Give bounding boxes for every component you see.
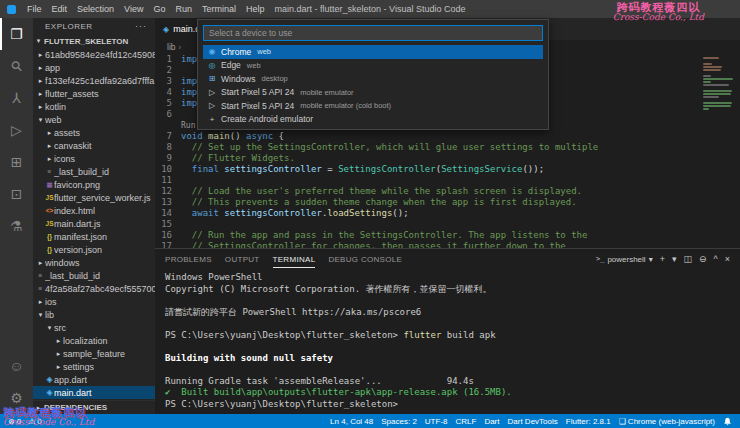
eol-sequence[interactable]: CRLF <box>456 417 477 426</box>
tree-item-favicon-png[interactable]: ▦favicon.png <box>33 178 155 191</box>
panel-header: PROBLEMSOUTPUTTERMINALDEBUG CONSOLE >_ p… <box>155 249 740 269</box>
settings-gear-icon[interactable]: ⚙ <box>0 382 33 414</box>
tree-item-assets[interactable]: ▸assets <box>33 126 155 139</box>
tree-item-label: web <box>45 115 62 125</box>
encoding[interactable]: UTF-8 <box>425 417 448 426</box>
device-option-windows-desktop[interactable]: ⊞Windowsdesktop <box>203 72 543 86</box>
extensions-icon[interactable]: ⊞ <box>0 146 33 178</box>
notifications-bell-icon[interactable] <box>723 417 732 426</box>
chevron-right-icon: ▸ <box>36 90 45 98</box>
terminal-output[interactable]: Windows PowerShellCopyright (C) Microsof… <box>155 269 740 414</box>
tree-item-last-build-id[interactable]: ≡_last_build_id <box>33 269 155 282</box>
menu-help[interactable]: Help <box>241 4 270 14</box>
add-icon: + <box>207 115 217 124</box>
terminal-dropdown-icon[interactable]: ▾ <box>672 255 677 264</box>
chevron-right-icon: ▸ <box>54 350 63 358</box>
tree-item-kotlin[interactable]: ▸kotlin <box>33 100 155 113</box>
activity-bar-bottom: ☺⚙ <box>0 350 33 414</box>
panel-tab-problems[interactable]: PROBLEMS <box>165 251 212 268</box>
tree-item-label: ios <box>45 297 57 307</box>
run-debug-icon[interactable]: ▷ <box>0 114 33 146</box>
chevron-right-icon: ▸ <box>54 337 63 345</box>
flutter-version[interactable]: Flutter: 2.8.1 <box>566 417 611 426</box>
panel-tab-terminal[interactable]: TERMINAL <box>273 251 316 268</box>
line-number: 3 <box>155 76 181 87</box>
tree-item-flutter-service-worker-js[interactable]: JSflutter_service_worker.js <box>33 191 155 204</box>
codelens-run[interactable]: Run <box>181 121 195 130</box>
kill-terminal-icon[interactable]: ⊖ <box>699 255 707 264</box>
menu-file[interactable]: File <box>22 4 47 14</box>
menu-go[interactable]: Go <box>148 4 170 14</box>
panel-tab-output[interactable]: OUTPUT <box>225 251 260 268</box>
menu-edit[interactable]: Edit <box>47 4 73 14</box>
device-selector-icon: ❏ <box>619 417 626 426</box>
chrome-icon: ◉ <box>207 47 217 56</box>
code-line: 11 <box>155 175 740 186</box>
tree-item-lib[interactable]: ▾lib <box>33 308 155 321</box>
language-mode[interactable]: Dart <box>484 417 499 426</box>
tree-item-61abd9584e2e4fd12c45908[interactable]: ▸61abd9584e2e4fd12c45908... <box>33 48 155 61</box>
device-option-edge-web[interactable]: ◎Edgeweb <box>203 59 543 73</box>
tree-item-settings[interactable]: ▸settings <box>33 360 155 373</box>
testing-icon[interactable]: ⚗ <box>0 210 33 242</box>
terminal-shell-picker[interactable]: >_ powershell ▾ <box>596 255 653 264</box>
tree-item-version-json[interactable]: {}version.json <box>33 243 155 256</box>
new-terminal-icon[interactable]: + <box>660 255 665 264</box>
panel-tab-debug-console[interactable]: DEBUG CONSOLE <box>328 251 402 268</box>
device-search-input[interactable]: Select a device to use <box>203 25 543 41</box>
maximize-panel-icon[interactable]: ^ <box>714 255 718 264</box>
status-right: Ln 4, Col 48Spaces: 2UTF-8CRLFDartDart D… <box>330 417 715 426</box>
tree-item-4f2a58af27abc49ecf555700[interactable]: ≡4f2a58af27abc49ecf555700... <box>33 282 155 295</box>
tree-item-windows[interactable]: ▸windows <box>33 256 155 269</box>
tree-item-web[interactable]: ▾web <box>33 113 155 126</box>
windows-icon: ⊞ <box>207 74 217 83</box>
more-actions-icon[interactable]: ··· <box>135 21 147 31</box>
menu-terminal[interactable]: Terminal <box>197 4 241 14</box>
device-option-label: Windows <box>221 74 255 84</box>
device-selector[interactable]: ❏Chrome (web-javascript) <box>619 417 715 426</box>
account-icon[interactable]: ☺ <box>0 350 33 382</box>
tree-item-canvaskit[interactable]: ▸canvaskit <box>33 139 155 152</box>
split-terminal-icon[interactable]: ◫ <box>683 255 692 264</box>
tree-item-ios[interactable]: ▸ios <box>33 295 155 308</box>
indentation[interactable]: Spaces: 2 <box>381 417 417 426</box>
tree-item-main-dart-js[interactable]: JSmain.dart.js <box>33 217 155 230</box>
device-option-create-android-emulator[interactable]: +Create Android emulator <box>203 113 543 127</box>
tree-item-f133ef425c1edfa92a6d7fffa[interactable]: ▸f133ef425c1edfa92a6d7fffa... <box>33 74 155 87</box>
minimap[interactable] <box>703 57 737 110</box>
tree-item-main-dart[interactable]: ◈main.dart <box>33 386 155 399</box>
device-option-start-pixel-5-api-24-mobile-emulator[interactable]: ▷Start Pixel 5 API 24mobile emulator <box>203 86 543 100</box>
tree-item-label: src <box>54 323 66 333</box>
tree-item-src[interactable]: ▾src <box>33 321 155 334</box>
menu-selection[interactable]: Selection <box>72 4 119 14</box>
tree-item-app[interactable]: ▸app <box>33 61 155 74</box>
project-section-header[interactable]: ▾ FLUTTER_SKELETON <box>33 34 155 48</box>
tree-item-localization[interactable]: ▸localization <box>33 334 155 347</box>
code-line: 10 final settingsController = SettingsCo… <box>155 164 740 175</box>
tree-item-app-dart[interactable]: ◈app.dart <box>33 373 155 386</box>
tree-item-label: flutter_service_worker.js <box>54 193 151 203</box>
tree-item-flutter-assets[interactable]: ▸flutter_assets <box>33 87 155 100</box>
breadcrumb-segment[interactable]: lib <box>167 42 176 52</box>
explorer-title: EXPLORER <box>45 22 93 31</box>
chevron-right-icon: ▸ <box>36 298 45 306</box>
close-panel-icon[interactable]: × <box>725 255 730 264</box>
menu-run[interactable]: Run <box>170 4 197 14</box>
tree-item-manifest-json[interactable]: {}manifest.json <box>33 230 155 243</box>
device-option-start-pixel-5-api-24-mobile-emulator-cold-boot[interactable]: ▷Start Pixel 5 API 24mobile emulator (co… <box>203 99 543 113</box>
dependencies-section-header[interactable]: ▸ DEPENDENCIES <box>33 400 155 414</box>
tree-item-sample-feature[interactable]: ▸sample_feature <box>33 347 155 360</box>
problems-errors[interactable]: ⊗0 <box>8 417 21 426</box>
emulator-icon: ▷ <box>207 101 217 110</box>
tree-item-index-html[interactable]: <>index.html <box>33 204 155 217</box>
cursor-position[interactable]: Ln 4, Col 48 <box>330 417 373 426</box>
tree-item-last-build-id[interactable]: ≡_last_build_id <box>33 165 155 178</box>
chevron-down-icon: ▾ <box>34 37 43 45</box>
remote-explorer-icon[interactable]: ⊡ <box>0 178 33 210</box>
device-option-chrome-web[interactable]: ◉Chromeweb <box>203 45 543 59</box>
problems-warnings[interactable]: ⚠0 <box>28 417 42 426</box>
terminal-line <box>165 318 740 330</box>
dart-devtools[interactable]: Dart DevTools <box>508 417 558 426</box>
menu-view[interactable]: View <box>119 4 148 14</box>
tree-item-icons[interactable]: ▸icons <box>33 152 155 165</box>
